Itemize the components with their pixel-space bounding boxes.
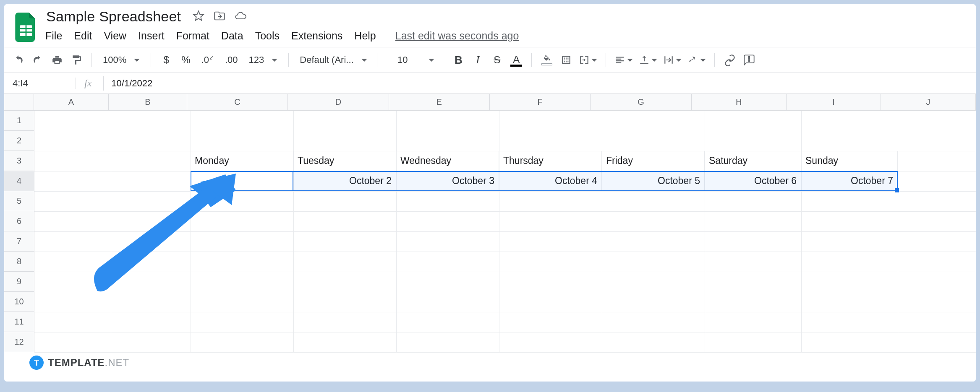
row-header-2[interactable]: 2 (4, 131, 34, 151)
row-headers: 1 2 3 4 5 6 7 8 9 10 11 12 (4, 111, 34, 352)
move-icon[interactable] (214, 10, 225, 23)
decrease-decimal-button[interactable]: .0↙ (199, 52, 217, 68)
undo-icon[interactable] (12, 52, 25, 68)
chevron-down-icon (361, 59, 367, 62)
row-header-5[interactable]: 5 (4, 191, 34, 211)
text-wrap-button[interactable] (663, 52, 682, 68)
row-header-9[interactable]: 9 (4, 272, 34, 292)
menu-data[interactable]: Data (221, 30, 243, 42)
cell-D3[interactable]: Tuesday (293, 151, 396, 171)
sheets-logo-icon[interactable] (14, 12, 38, 43)
horizontal-align-button[interactable] (614, 52, 633, 68)
col-header-I[interactable]: I (787, 94, 881, 110)
cell-F3[interactable]: Thursday (499, 151, 602, 171)
cell-H4[interactable]: October 6 (705, 171, 801, 191)
cell-C4[interactable]: October 1 (191, 171, 293, 191)
cell-G3[interactable]: Friday (602, 151, 705, 171)
col-header-G[interactable]: G (591, 94, 691, 110)
cells-container[interactable]: Monday Tuesday Wednesday Thursday Friday… (34, 111, 976, 362)
borders-button[interactable] (559, 52, 573, 68)
cell-I3[interactable]: Sunday (801, 151, 898, 171)
cell-G4[interactable]: October 5 (602, 171, 705, 191)
app-window: Sample Spreadsheet File Edit View (4, 4, 976, 382)
cell-F4[interactable]: October 4 (499, 171, 602, 191)
number-format-dropdown[interactable]: 123 (246, 55, 280, 65)
col-header-H[interactable]: H (692, 94, 787, 110)
formula-input[interactable]: 10/1/2022 (107, 78, 152, 89)
grid-area[interactable]: A B C D E F G H I J 1 2 3 4 5 6 7 8 9 10… (4, 94, 976, 362)
name-box[interactable]: 4:I4 (8, 78, 76, 89)
row-header-11[interactable]: 11 (4, 312, 34, 332)
chevron-down-icon (627, 59, 633, 62)
font-family-dropdown[interactable]: Default (Ari... (297, 55, 368, 65)
cloud-status-icon[interactable] (235, 10, 246, 23)
column-headers: A B C D E F G H I J (4, 94, 976, 111)
chevron-down-icon (591, 59, 597, 62)
doc-title[interactable]: Sample Spreadsheet (44, 8, 183, 26)
star-icon[interactable] (193, 10, 204, 23)
col-header-J[interactable]: J (881, 94, 976, 110)
fill-color-button[interactable] (540, 52, 554, 68)
row-header-12[interactable]: 12 (4, 332, 34, 352)
col-header-F[interactable]: F (490, 94, 591, 110)
italic-button[interactable]: I (471, 52, 484, 68)
menubar: File Edit View Insert Format Data Tools … (44, 27, 519, 47)
format-currency-button[interactable]: $ (159, 52, 173, 68)
row-header-4[interactable]: 4 (4, 171, 34, 191)
row-header-1[interactable]: 1 (4, 111, 34, 131)
row-header-8[interactable]: 8 (4, 252, 34, 272)
row-header-3[interactable]: 3 (4, 151, 34, 171)
vertical-align-button[interactable] (639, 52, 657, 68)
increase-decimal-button[interactable]: .00 (222, 52, 240, 68)
toolbar: 100% $ % .0↙ .00 123 Default (Ari... 10 … (4, 47, 976, 73)
bold-button[interactable]: B (452, 52, 465, 68)
cell-C3[interactable]: Monday (191, 151, 293, 171)
formula-bar: 4:I4 fx 10/1/2022 (4, 73, 976, 94)
insert-link-button[interactable] (723, 52, 737, 68)
zoom-dropdown[interactable]: 100% (100, 55, 142, 65)
paint-format-icon[interactable] (70, 52, 83, 68)
col-header-A[interactable]: A (34, 94, 109, 110)
merge-cells-button[interactable] (579, 52, 597, 68)
menu-file[interactable]: File (45, 30, 62, 42)
select-all-corner[interactable] (4, 94, 34, 110)
cell-I4[interactable]: October 7 (801, 171, 898, 191)
text-rotation-button[interactable] (687, 52, 706, 68)
insert-comment-button[interactable] (742, 52, 756, 68)
menu-insert[interactable]: Insert (138, 30, 165, 42)
watermark-text: TEMPLATE.NET (48, 357, 129, 369)
col-header-E[interactable]: E (389, 94, 490, 110)
print-icon[interactable] (50, 52, 64, 68)
cell-E3[interactable]: Wednesday (396, 151, 499, 171)
last-edit-link[interactable]: Last edit was seconds ago (395, 30, 519, 42)
watermark: T TEMPLATE.NET (29, 356, 129, 370)
format-percent-button[interactable]: % (179, 52, 193, 68)
cell-D4[interactable]: October 2 (293, 171, 396, 191)
menu-edit[interactable]: Edit (74, 30, 92, 42)
font-size-dropdown[interactable]: 10 (386, 55, 419, 65)
row-header-10[interactable]: 10 (4, 292, 34, 312)
menu-extensions[interactable]: Extensions (291, 30, 342, 42)
cell-H3[interactable]: Saturday (705, 151, 801, 171)
cell-E4[interactable]: October 3 (396, 171, 499, 191)
chevron-down-icon (676, 59, 682, 62)
strikethrough-button[interactable]: S (490, 52, 504, 68)
title-bar: Sample Spreadsheet File Edit View (4, 4, 976, 47)
watermark-icon: T (29, 356, 44, 370)
fx-icon: fx (76, 78, 100, 89)
col-header-D[interactable]: D (288, 94, 389, 110)
row-header-7[interactable]: 7 (4, 231, 34, 252)
menu-help[interactable]: Help (354, 30, 376, 42)
chevron-down-icon (134, 59, 140, 62)
chevron-down-icon[interactable] (429, 59, 434, 62)
menu-format[interactable]: Format (176, 30, 209, 42)
menu-tools[interactable]: Tools (255, 30, 280, 42)
col-header-B[interactable]: B (109, 94, 187, 110)
row-header-6[interactable]: 6 (4, 211, 34, 231)
col-header-C[interactable]: C (187, 94, 288, 110)
text-color-button[interactable]: A (510, 52, 523, 68)
chevron-down-icon (272, 59, 277, 62)
menu-view[interactable]: View (104, 30, 126, 42)
redo-icon[interactable] (31, 52, 44, 68)
chevron-down-icon (651, 59, 657, 62)
